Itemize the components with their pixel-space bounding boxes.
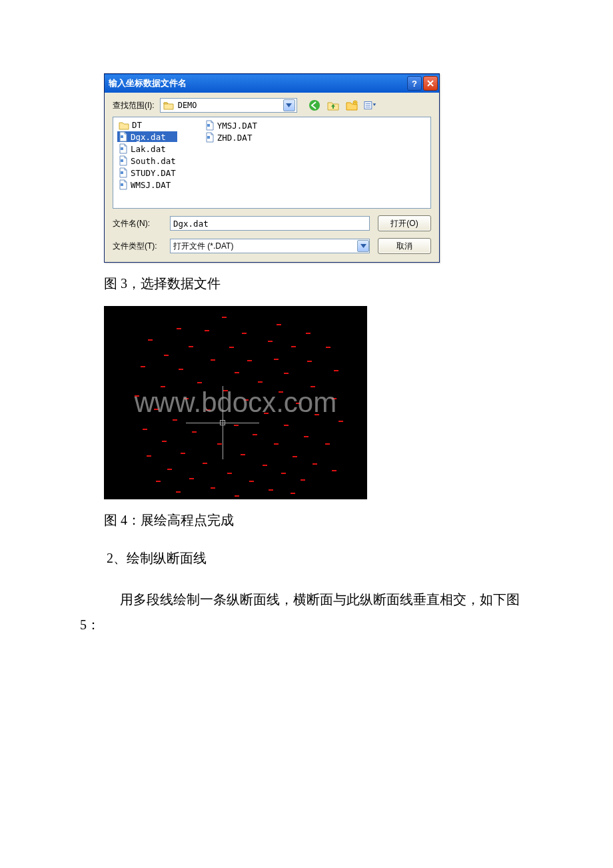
elevation-point	[269, 489, 273, 491]
cancel-button[interactable]: 取消	[378, 238, 431, 254]
filetype-select[interactable]: 打开文件 (*.DAT)	[170, 239, 370, 253]
lookin-label: 查找范围(I):	[113, 100, 155, 111]
watermark-text: www.bdocx.com	[135, 387, 336, 419]
elevation-point	[284, 373, 289, 374]
elevation-point	[161, 386, 165, 387]
elevation-point	[326, 347, 330, 348]
svg-rect-5	[121, 159, 123, 162]
folder-up-icon	[327, 100, 339, 111]
body-paragraph-text: 用多段线绘制一条纵断面线，横断面与此纵断面线垂直相交，如下图 5：	[80, 592, 520, 632]
file-item[interactable]: YMSJ.DAT	[204, 120, 259, 131]
file-icon	[205, 132, 215, 143]
new-folder-button[interactable]	[345, 99, 358, 112]
file-item-label: WMSJ.DAT	[131, 180, 171, 190]
body-paragraph: 用多段线绘制一条纵断面线，横断面与此纵断面线垂直相交，如下图 5：	[80, 587, 533, 637]
cad-viewport: www.bdocx.com	[104, 306, 367, 499]
svg-rect-7	[121, 183, 123, 186]
elevation-point	[223, 390, 228, 391]
back-button[interactable]	[308, 99, 321, 112]
elevation-point	[310, 386, 315, 387]
view-menu-button[interactable]	[364, 99, 377, 112]
elevation-point	[148, 339, 153, 341]
elevation-point	[206, 409, 211, 411]
file-icon	[205, 120, 215, 131]
filetype-value: 打开文件 (*.DAT)	[173, 241, 357, 252]
file-item-label: South.dat	[131, 156, 176, 166]
file-icon	[119, 131, 128, 142]
elevation-point	[147, 455, 151, 457]
elevation-point	[244, 399, 249, 401]
cancel-button-label: 取消	[396, 241, 412, 252]
new-folder-icon	[346, 100, 358, 111]
open-button-label: 打开(O)	[390, 218, 418, 229]
lookin-dropdown[interactable]: DEMO	[160, 98, 297, 113]
lookin-value: DEMO	[178, 101, 197, 110]
help-button[interactable]: ?	[407, 76, 422, 91]
elevation-point	[332, 398, 336, 399]
file-item[interactable]: WMSJ.DAT	[117, 179, 177, 190]
elevation-point	[247, 360, 252, 361]
elevation-point	[334, 370, 338, 371]
elevation-point	[242, 333, 247, 334]
file-item[interactable]: Lak.dat	[117, 143, 177, 154]
elevation-point	[338, 421, 343, 422]
file-item-label: Lak.dat	[131, 144, 166, 154]
file-item-label: STUDY.DAT	[131, 168, 176, 178]
elevation-point	[205, 330, 209, 331]
file-item[interactable]: DT	[117, 120, 177, 130]
elevation-point	[274, 443, 279, 445]
file-icon	[119, 167, 128, 178]
elevation-point	[181, 453, 185, 454]
elevation-point	[293, 456, 297, 457]
elevation-point	[284, 425, 289, 426]
elevation-point	[307, 361, 312, 362]
elevation-point	[176, 491, 181, 493]
figure-4-caption: 图 4：展绘高程点完成	[104, 511, 533, 529]
elevation-point	[189, 478, 194, 479]
file-open-dialog: 输入坐标数据文件名 ? 查找范围(I): DEMO	[104, 73, 440, 263]
file-item[interactable]: Dgx.dat	[117, 131, 177, 142]
file-item-label: DT	[132, 120, 142, 130]
elevation-point	[314, 414, 319, 415]
filetype-dropdown-arrow[interactable]	[357, 240, 369, 252]
elevation-point	[312, 463, 317, 465]
elevation-point	[229, 347, 234, 348]
elevation-point	[211, 487, 215, 489]
dropdown-arrow[interactable]	[283, 99, 295, 111]
folder-icon	[163, 101, 174, 110]
elevation-point	[325, 443, 330, 445]
close-button[interactable]	[423, 76, 438, 91]
open-button[interactable]: 打开(O)	[378, 215, 431, 231]
file-item[interactable]: ZHD.DAT	[204, 132, 259, 143]
elevation-point	[235, 372, 239, 373]
elevation-point	[301, 479, 305, 481]
file-item[interactable]: STUDY.DAT	[117, 167, 177, 178]
file-icon	[119, 179, 128, 190]
dialog-titlebar[interactable]: 输入坐标数据文件名 ?	[105, 74, 439, 93]
elevation-point	[141, 366, 145, 367]
file-item-label: Dgx.dat	[131, 132, 166, 142]
elevation-point	[177, 328, 181, 329]
elevation-point	[296, 403, 301, 404]
elevation-point	[263, 465, 267, 466]
filename-value: Dgx.dat	[173, 219, 209, 229]
back-icon	[308, 99, 320, 111]
file-icon	[119, 155, 128, 166]
elevation-point	[143, 429, 147, 430]
dialog-toolbar: 查找范围(I): DEMO	[105, 93, 439, 117]
svg-rect-3	[121, 135, 123, 138]
file-list[interactable]: DTDgx.datLak.datSouth.datSTUDY.DATWMSJ.D…	[113, 117, 431, 209]
filename-input[interactable]: Dgx.dat	[170, 216, 370, 231]
elevation-point	[203, 463, 207, 464]
up-one-level-button[interactable]	[326, 99, 340, 112]
elevation-point	[222, 317, 227, 318]
section-heading: 2、绘制纵断面线	[80, 545, 533, 571]
elevation-point	[167, 469, 172, 470]
elevation-point	[164, 355, 169, 356]
svg-rect-6	[121, 171, 123, 174]
elevation-point	[154, 409, 159, 410]
svg-point-0	[309, 100, 320, 111]
crosshair-pickbox	[220, 420, 225, 425]
file-item[interactable]: South.dat	[117, 155, 177, 166]
elevation-point	[249, 481, 254, 482]
